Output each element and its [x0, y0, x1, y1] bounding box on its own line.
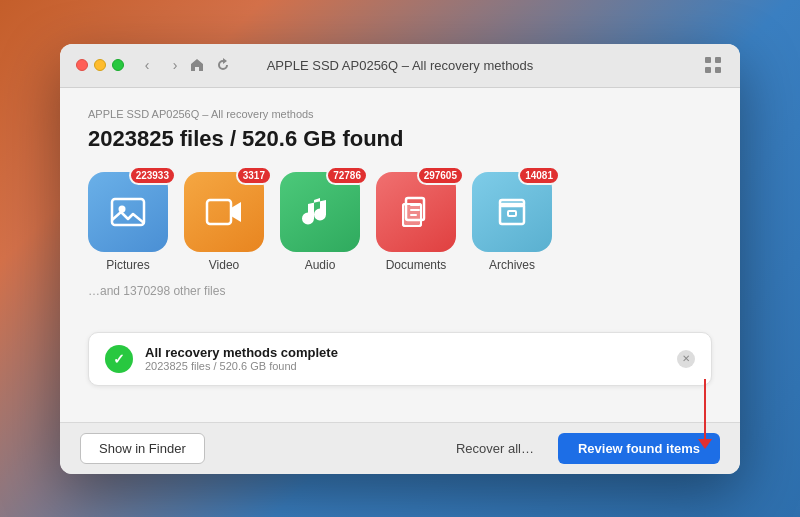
- close-button[interactable]: [76, 59, 88, 71]
- fullscreen-button[interactable]: [112, 59, 124, 71]
- progress-title: All recovery methods complete: [145, 345, 665, 360]
- pictures-icon-wrap: 223933: [88, 172, 168, 252]
- progress-subtitle: 2023825 files / 520.6 GB found: [145, 360, 665, 372]
- grid-icon[interactable]: [702, 54, 724, 76]
- minimize-button[interactable]: [94, 59, 106, 71]
- documents-badge: 297605: [417, 166, 464, 185]
- nav-buttons: ‹ ›: [136, 54, 186, 76]
- footer: Show in Finder Recover all… Review found…: [60, 422, 740, 474]
- home-icon[interactable]: [186, 54, 208, 76]
- svg-rect-1: [715, 57, 721, 63]
- window-title: APPLE SSD AP0256Q – All recovery methods: [267, 58, 534, 73]
- audio-label: Audio: [305, 258, 336, 272]
- documents-icon-wrap: 297605: [376, 172, 456, 252]
- pictures-badge: 223933: [129, 166, 176, 185]
- main-title: 2023825 files / 520.6 GB found: [88, 126, 712, 152]
- category-audio[interactable]: 72786 Audio: [280, 172, 360, 272]
- back-button[interactable]: ‹: [136, 54, 158, 76]
- video-icon-wrap: 3317: [184, 172, 264, 252]
- category-documents[interactable]: 297605 Documents: [376, 172, 456, 272]
- archives-badge: 14081: [518, 166, 560, 185]
- titlebar: ‹ › APPLE SSD AP0256Q – All recovery met…: [60, 44, 740, 88]
- category-pictures[interactable]: 223933 Pictures: [88, 172, 168, 272]
- svg-rect-0: [705, 57, 711, 63]
- svg-rect-6: [207, 200, 231, 224]
- documents-label: Documents: [386, 258, 447, 272]
- archives-label: Archives: [489, 258, 535, 272]
- traffic-lights: [76, 59, 124, 71]
- category-video[interactable]: 3317 Video: [184, 172, 264, 272]
- video-label: Video: [209, 258, 239, 272]
- other-files-text: …and 1370298 other files: [88, 284, 712, 298]
- refresh-icon[interactable]: [212, 54, 234, 76]
- svg-rect-15: [508, 211, 516, 216]
- svg-rect-2: [705, 67, 711, 73]
- audio-icon-wrap: 72786: [280, 172, 360, 252]
- arrow-line: [704, 379, 706, 439]
- content-area: APPLE SSD AP0256Q – All recovery methods…: [60, 88, 740, 422]
- red-arrow-indicator: [698, 379, 712, 449]
- categories-row: 223933 Pictures 3317 Video: [88, 172, 712, 272]
- recover-all-button[interactable]: Recover all…: [442, 434, 548, 463]
- video-badge: 3317: [236, 166, 272, 185]
- show-in-finder-button[interactable]: Show in Finder: [80, 433, 205, 464]
- arrow-head: [698, 439, 712, 449]
- titlebar-right: [702, 54, 724, 76]
- archives-icon-wrap: 14081: [472, 172, 552, 252]
- footer-right: Recover all… Review found items: [442, 433, 720, 464]
- category-archives[interactable]: 14081 Archives: [472, 172, 552, 272]
- svg-rect-3: [715, 67, 721, 73]
- svg-rect-11: [403, 204, 421, 226]
- pictures-label: Pictures: [106, 258, 149, 272]
- progress-banner: ✓ All recovery methods complete 2023825 …: [88, 332, 712, 386]
- forward-button[interactable]: ›: [164, 54, 186, 76]
- review-found-items-button[interactable]: Review found items: [558, 433, 720, 464]
- breadcrumb: APPLE SSD AP0256Q – All recovery methods: [88, 108, 712, 120]
- svg-rect-4: [112, 199, 144, 225]
- audio-badge: 72786: [326, 166, 368, 185]
- progress-text: All recovery methods complete 2023825 fi…: [145, 345, 665, 372]
- progress-check-icon: ✓: [105, 345, 133, 373]
- main-window: ‹ › APPLE SSD AP0256Q – All recovery met…: [60, 44, 740, 474]
- progress-close-button[interactable]: ✕: [677, 350, 695, 368]
